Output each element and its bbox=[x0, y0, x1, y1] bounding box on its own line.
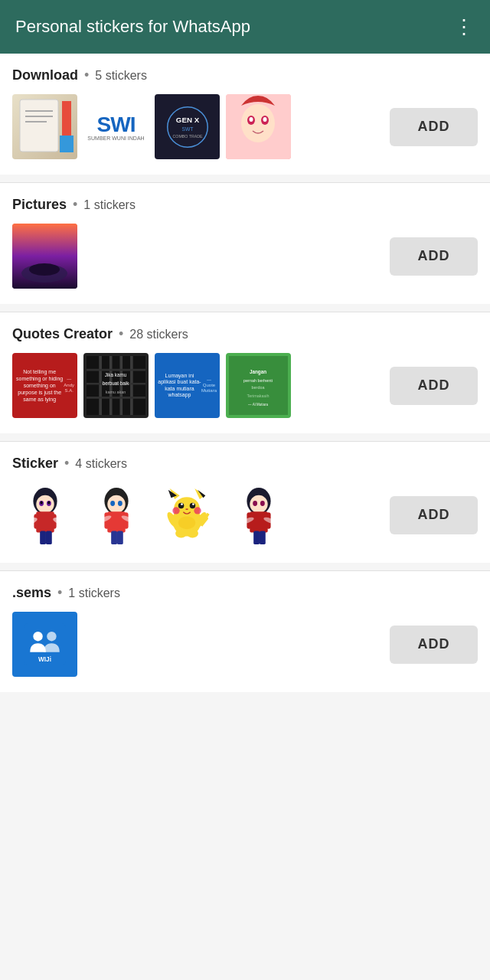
section-count-sticker: 4 stickers bbox=[75, 457, 127, 471]
svg-point-88 bbox=[253, 501, 257, 506]
sticker-thumb bbox=[83, 482, 149, 547]
section-quotes: Quotes Creator • 28 stickers Not telling… bbox=[0, 312, 490, 433]
section-title-quotes: Quotes Creator bbox=[12, 326, 113, 342]
svg-point-92 bbox=[47, 632, 56, 641]
svg-point-80 bbox=[250, 495, 267, 513]
svg-rect-5 bbox=[60, 136, 74, 152]
sticker-thumb: SWI SUMBER WUNI INDAH bbox=[83, 94, 149, 159]
section-header-quotes: Quotes Creator • 28 stickers bbox=[12, 326, 478, 342]
svg-point-18 bbox=[29, 263, 60, 276]
svg-rect-42 bbox=[40, 531, 46, 545]
svg-rect-56 bbox=[116, 531, 122, 545]
svg-point-48 bbox=[40, 501, 42, 505]
sticker-thumb: Lumayan ini aplikasi buat kata-kata muti… bbox=[155, 353, 220, 418]
dot-sems: • bbox=[57, 585, 62, 601]
section-count-pictures: 1 stickers bbox=[83, 198, 136, 212]
svg-text:SWT: SWT bbox=[181, 126, 193, 132]
add-button-quotes[interactable]: ADD bbox=[390, 367, 478, 405]
svg-text:berbuat baik: berbuat baik bbox=[103, 381, 130, 386]
sticker-thumb: WIJi bbox=[12, 612, 77, 677]
svg-rect-85 bbox=[259, 531, 265, 545]
svg-point-59 bbox=[110, 501, 115, 506]
svg-point-14 bbox=[250, 117, 253, 122]
add-button-sticker[interactable]: ADD bbox=[390, 496, 478, 534]
dot-sticker: • bbox=[64, 456, 69, 472]
svg-point-70 bbox=[192, 503, 194, 505]
svg-text:pernah berhenti: pernah berhenti bbox=[243, 378, 273, 383]
svg-rect-55 bbox=[111, 531, 117, 545]
svg-point-76 bbox=[175, 529, 187, 537]
stickers-row-sems: WIJi bbox=[12, 612, 381, 677]
svg-point-60 bbox=[117, 501, 122, 506]
sticker-thumb: Jika kamu berbuat baik kamu akan bbox=[83, 353, 149, 418]
svg-point-72 bbox=[194, 507, 201, 514]
app-header: Personal stickers for WhatsApp ⋮ bbox=[0, 0, 490, 54]
add-button-sems[interactable]: ADD bbox=[390, 626, 478, 664]
dot-pictures: • bbox=[73, 197, 77, 213]
sticker-thumb bbox=[12, 224, 77, 289]
overflow-menu-icon[interactable]: ⋮ bbox=[454, 15, 475, 39]
svg-point-69 bbox=[181, 503, 183, 505]
section-header-download: Download • 5 stickers bbox=[12, 67, 478, 83]
svg-text:Terimakasih: Terimakasih bbox=[247, 394, 270, 398]
section-download: Download • 5 stickers SWI SUMBER bbox=[0, 54, 490, 175]
section-title-sems: .sems bbox=[12, 585, 51, 601]
sticker-thumb: Jangan pernah berhenti berdoa Terimakasi… bbox=[226, 353, 291, 418]
section-pictures: Pictures • 1 stickers bbox=[0, 183, 490, 304]
section-body-quotes: Not telling me something or hiding somet… bbox=[12, 353, 478, 418]
section-count-quotes: 28 stickers bbox=[129, 328, 188, 341]
svg-point-89 bbox=[260, 501, 264, 506]
svg-point-11 bbox=[241, 104, 275, 142]
section-body-sticker: ADD bbox=[12, 482, 478, 547]
svg-text:kamu akan: kamu akan bbox=[106, 390, 126, 394]
sticker-thumb: GEN X SWT COMBO TRADE bbox=[155, 94, 220, 159]
app-title: Personal stickers for WhatsApp bbox=[15, 17, 250, 37]
sticker-thumb bbox=[155, 482, 220, 547]
svg-text:Jika kamu: Jika kamu bbox=[105, 372, 127, 377]
sticker-thumb bbox=[226, 482, 291, 547]
section-sticker: Sticker • 4 stickers bbox=[0, 442, 490, 563]
section-title-download: Download bbox=[12, 67, 78, 83]
svg-rect-81 bbox=[250, 511, 267, 532]
section-body-pictures: ADD bbox=[12, 224, 478, 289]
svg-point-73 bbox=[185, 508, 188, 510]
svg-point-71 bbox=[172, 507, 179, 514]
svg-point-15 bbox=[263, 117, 267, 122]
svg-rect-0 bbox=[20, 100, 58, 152]
svg-text:berdoa: berdoa bbox=[252, 385, 266, 390]
dot-download: • bbox=[84, 67, 89, 83]
svg-text:WIJi: WIJi bbox=[38, 656, 51, 663]
section-count-sems: 1 stickers bbox=[68, 586, 120, 600]
svg-point-91 bbox=[33, 632, 42, 641]
section-title-pictures: Pictures bbox=[12, 197, 67, 213]
add-button-pictures[interactable]: ADD bbox=[390, 237, 478, 276]
section-header-sticker: Sticker • 4 stickers bbox=[12, 456, 478, 472]
svg-rect-43 bbox=[45, 531, 51, 545]
section-count-download: 5 stickers bbox=[95, 69, 147, 83]
sticker-thumb bbox=[226, 94, 291, 159]
stickers-row-pictures bbox=[12, 224, 381, 289]
bottom-space bbox=[0, 700, 490, 929]
section-body-download: SWI SUMBER WUNI INDAH GEN X SWT COMBO TR… bbox=[12, 94, 478, 159]
svg-rect-84 bbox=[253, 531, 260, 545]
svg-text:— Al Mutiara: — Al Mutiara bbox=[248, 403, 268, 407]
section-header-sems: .sems • 1 stickers bbox=[12, 585, 478, 601]
dot-quotes: • bbox=[119, 326, 123, 342]
add-button-download[interactable]: ADD bbox=[390, 108, 478, 146]
svg-point-38 bbox=[36, 495, 54, 513]
svg-point-51 bbox=[107, 495, 125, 513]
stickers-row-sticker bbox=[12, 482, 381, 547]
section-title-sticker: Sticker bbox=[12, 456, 58, 472]
section-header-pictures: Pictures • 1 stickers bbox=[12, 197, 478, 213]
section-body-sems: WIJi ADD bbox=[12, 612, 478, 677]
svg-rect-39 bbox=[36, 511, 54, 532]
svg-rect-4 bbox=[62, 101, 71, 136]
svg-text:Jangan: Jangan bbox=[250, 369, 266, 375]
stickers-row-quotes: Not telling me something or hiding somet… bbox=[12, 353, 381, 418]
sticker-thumb bbox=[12, 94, 77, 159]
svg-rect-52 bbox=[107, 511, 125, 532]
svg-point-77 bbox=[187, 529, 198, 537]
svg-point-78 bbox=[178, 516, 195, 529]
svg-point-49 bbox=[47, 501, 50, 505]
svg-text:GEN X: GEN X bbox=[175, 116, 199, 124]
